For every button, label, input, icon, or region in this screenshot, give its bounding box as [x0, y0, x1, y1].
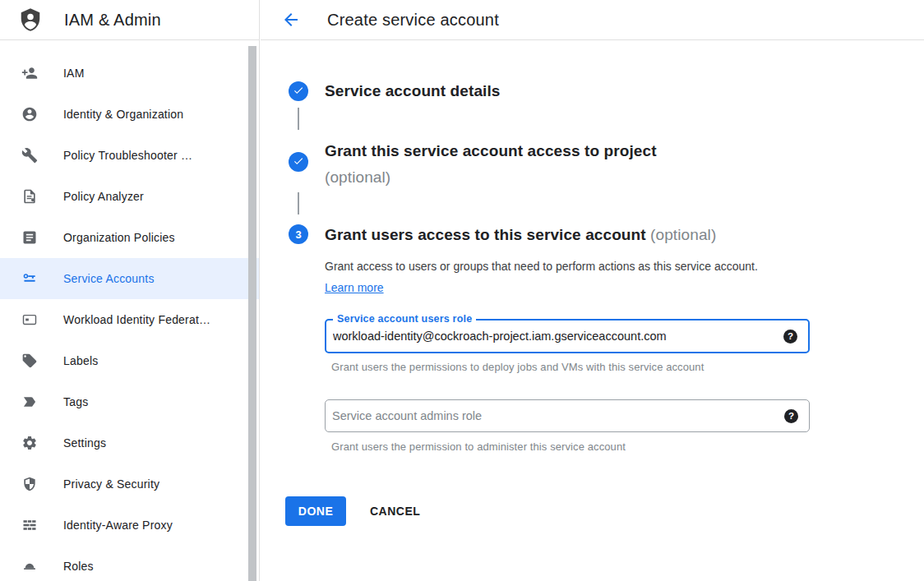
page-header: Create service account	[261, 0, 924, 40]
sidebar-nav: IAM Identity & Organization Policy Troub…	[0, 40, 259, 581]
help-icon[interactable]: ?	[783, 330, 797, 344]
step-connector	[298, 108, 299, 130]
step-2-title[interactable]: Grant this service account access to pro…	[325, 138, 818, 191]
label-tag-icon	[21, 353, 38, 369]
cancel-button[interactable]: CANCEL	[370, 496, 420, 526]
service-account-admins-role-field: ?	[325, 399, 810, 432]
sidebar-item-identity-organization[interactable]: Identity & Organization	[0, 94, 259, 135]
sidebar-item-label: Service Accounts	[63, 272, 155, 285]
sidebar-item-labels[interactable]: Labels	[0, 340, 259, 381]
learn-more-link[interactable]: Learn more	[325, 281, 384, 294]
step-3-optional-label: (optional)	[650, 226, 716, 243]
page-title: Create service account	[327, 0, 499, 40]
step-connector	[298, 192, 299, 214]
check-icon	[293, 155, 304, 169]
shield-half-icon	[21, 476, 38, 492]
sidebar-item-label: Workload Identity Federat…	[63, 313, 210, 326]
sidebar: IAM & Admin IAM Identity & Organization …	[0, 0, 260, 581]
sidebar-item-tags[interactable]: Tags	[0, 381, 259, 422]
step-1-completed-check	[289, 81, 308, 101]
proxy-grid-icon	[21, 517, 38, 533]
sidebar-item-service-accounts[interactable]: Service Accounts	[0, 258, 259, 299]
sidebar-header: IAM & Admin	[0, 0, 259, 40]
account-circle-icon	[21, 106, 38, 122]
sidebar-item-label: Settings	[63, 436, 106, 450]
sidebar-item-label: Policy Troubleshooter …	[63, 149, 192, 162]
badge-card-icon	[21, 311, 38, 328]
hat-icon	[21, 558, 38, 574]
wrench-icon	[21, 147, 38, 164]
sidebar-item-settings[interactable]: Settings	[0, 422, 259, 463]
sidebar-item-policy-troubleshooter[interactable]: Policy Troubleshooter …	[0, 135, 259, 176]
service-account-key-icon	[21, 270, 38, 287]
sidebar-item-label: Policy Analyzer	[63, 190, 144, 203]
sidebar-item-policy-analyzer[interactable]: Policy Analyzer	[0, 176, 259, 217]
sidebar-item-iam[interactable]: IAM	[0, 53, 259, 94]
sidebar-item-label: IAM	[63, 67, 85, 80]
sidebar-item-label: Identity & Organization	[63, 108, 183, 121]
sidebar-item-privacy-security[interactable]: Privacy & Security	[0, 463, 259, 505]
sidebar-item-label: Identity-Aware Proxy	[63, 519, 173, 532]
sidebar-item-label: Privacy & Security	[63, 477, 159, 491]
done-button[interactable]: DONE	[285, 496, 346, 526]
step-2-optional-label: (optional)	[325, 164, 818, 191]
sidebar-item-roles[interactable]: Roles	[0, 546, 259, 581]
step-1-title[interactable]: Service account details	[325, 81, 818, 101]
check-icon	[293, 85, 304, 99]
admins-role-helper-text: Grant users the permission to administer…	[331, 440, 626, 453]
back-button[interactable]	[280, 10, 302, 31]
step-3-title: Grant users access to this service accou…	[325, 224, 818, 245]
create-service-account-form: Service account details Grant this servi…	[261, 40, 924, 581]
sidebar-item-label: Tags	[63, 395, 88, 408]
service-account-admins-role-input[interactable]	[326, 400, 773, 431]
document-gear-icon	[21, 188, 38, 205]
sidebar-scrollbar-thumb[interactable]	[248, 46, 256, 581]
sidebar-item-label: Labels	[63, 354, 98, 367]
product-title: IAM & Admin	[64, 11, 161, 30]
main-panel: Create service account Service account d…	[261, 0, 924, 581]
service-account-users-role-input[interactable]	[326, 320, 772, 352]
sidebar-item-organization-policies[interactable]: Organization Policies	[0, 217, 259, 258]
gear-icon	[21, 435, 38, 451]
step-2-completed-check	[289, 152, 308, 172]
arrow-back-icon	[281, 20, 301, 32]
service-account-users-role-field: Service account users role ?	[325, 319, 810, 353]
sidebar-item-label: Roles	[63, 560, 94, 573]
users-role-helper-text: Grant users the permissions to deploy jo…	[331, 361, 704, 373]
sidebar-item-label: Organization Policies	[63, 231, 175, 244]
sidebar-item-identity-aware-proxy[interactable]: Identity-Aware Proxy	[0, 505, 259, 546]
shield-person-icon	[18, 7, 43, 33]
step-3-description: Grant access to users or groups that nee…	[325, 256, 773, 298]
tag-arrow-icon	[21, 394, 38, 410]
step-3-number-badge: 3	[289, 224, 308, 244]
help-icon[interactable]: ?	[784, 409, 798, 423]
article-icon	[21, 229, 38, 246]
person-add-icon	[21, 65, 38, 81]
sidebar-item-workload-identity-federation[interactable]: Workload Identity Federat…	[0, 299, 259, 340]
